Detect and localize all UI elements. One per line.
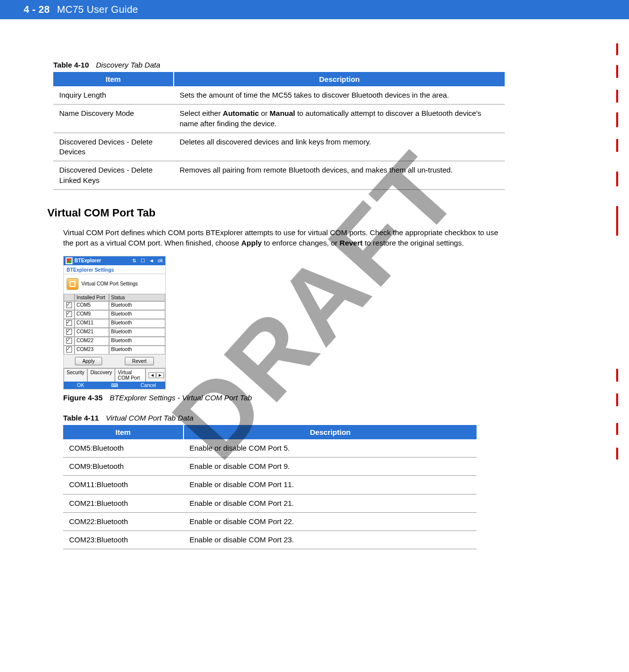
cell-desc: Deletes all discovered devices and link … xyxy=(174,133,505,161)
cell-desc: Enable or disable COM Port 23. xyxy=(184,531,477,549)
checkbox[interactable] xyxy=(66,320,72,326)
table-row: COM9:BluetoothEnable or disable COM Port… xyxy=(63,458,477,476)
port-cell: COM23 xyxy=(74,346,109,354)
grid-row: COM23Bluetooth xyxy=(64,346,165,354)
window-titlebar: BTExplorer ⇅ ☐ ◄ ok xyxy=(64,256,165,265)
checkbox[interactable] xyxy=(66,338,72,344)
tab-bar: Security Discovery Virtual COM Port ◄ ► xyxy=(64,368,165,382)
settings-subtitle: BTExplorer Settings xyxy=(64,265,165,274)
section-heading: Virtual COM Port Tab xyxy=(47,207,609,219)
cell-item: Inquiry Length xyxy=(53,86,174,105)
table-4-10-caption: Table 4-10 Discovery Tab Data xyxy=(53,61,609,69)
table-title: Discovery Tab Data xyxy=(96,61,160,69)
tab-scroll-left-icon[interactable]: ◄ xyxy=(148,372,156,378)
virtual-com-port-table: Item Description COM5:BluetoothEnable or… xyxy=(63,425,477,550)
column-header-item: Item xyxy=(63,425,184,439)
port-cell: COM9 xyxy=(74,310,109,319)
table-row: COM23:BluetoothEnable or disable COM Por… xyxy=(63,531,477,549)
figure-4-35-caption: Figure 4-35 BTExplorer Settings - Virtua… xyxy=(63,393,609,402)
grid-row: COM9Bluetooth xyxy=(64,310,165,319)
cell-item: COM5:Bluetooth xyxy=(63,439,184,458)
port-cell: COM11 xyxy=(74,319,109,328)
signal-icon: ⇅ xyxy=(131,258,137,264)
window-title: BTExplorer xyxy=(74,258,101,263)
grid-row: COM11Bluetooth xyxy=(64,319,165,328)
cell-item: COM22:Bluetooth xyxy=(63,512,184,531)
tab-discovery[interactable]: Discovery xyxy=(87,368,115,382)
grid-header-status: Status xyxy=(109,294,165,301)
cell-item: COM21:Bluetooth xyxy=(63,494,184,512)
column-header-description: Description xyxy=(184,425,477,439)
status-cell: Bluetooth xyxy=(109,319,165,328)
table-row: Name Discovery Mode Select either Automa… xyxy=(53,105,505,133)
tab-virtual-com-port[interactable]: Virtual COM Port xyxy=(115,368,146,382)
status-cell: Bluetooth xyxy=(109,328,165,337)
port-cell: COM22 xyxy=(74,337,109,346)
port-cell: COM21 xyxy=(74,328,109,337)
table-row: COM5:BluetoothEnable or disable COM Port… xyxy=(63,439,477,458)
tab-security[interactable]: Security xyxy=(64,368,87,382)
settings-icon xyxy=(67,278,78,290)
section-paragraph: Virtual COM Port defines which COM ports… xyxy=(63,227,507,248)
cell-desc: Enable or disable COM Port 11. xyxy=(184,476,477,494)
discovery-tab-data-table: Item Description Inquiry Length Sets the… xyxy=(53,72,505,190)
port-cell: COM5 xyxy=(74,301,109,310)
checkbox[interactable] xyxy=(66,311,72,317)
table-row: Inquiry Length Sets the amount of time t… xyxy=(53,86,505,105)
status-cell: Bluetooth xyxy=(109,301,165,310)
checkbox[interactable] xyxy=(66,329,72,335)
tab-scroll-right-icon[interactable]: ► xyxy=(156,372,164,378)
guide-title: MC75 User Guide xyxy=(57,4,138,15)
cell-item: COM9:Bluetooth xyxy=(63,458,184,476)
table-title: Virtual COM Port Tab Data xyxy=(106,414,193,422)
keyboard-icon[interactable]: ⌨ xyxy=(98,382,132,389)
page-number: 4 - 28 xyxy=(24,4,50,15)
table-row: COM11:BluetoothEnable or disable COM Por… xyxy=(63,476,477,494)
column-header-description: Description xyxy=(174,72,505,86)
bottom-bar: OK ⌨ Cancel xyxy=(64,382,165,389)
revert-button[interactable]: Revert xyxy=(125,357,154,365)
checkbox[interactable] xyxy=(66,347,72,353)
apply-button[interactable]: Apply xyxy=(75,357,102,365)
titlebar-icons: ⇅ ☐ ◄ ok xyxy=(130,258,163,264)
table-row: Discovered Devices - Delete Linked Keys … xyxy=(53,161,505,190)
softkey-cancel[interactable]: Cancel xyxy=(131,382,165,389)
cell-desc: Sets the amount of time the MC55 takes t… xyxy=(174,86,505,105)
table-label: Table 4-11 xyxy=(63,414,99,422)
windows-logo-icon xyxy=(66,257,73,264)
table-row: COM22:BluetoothEnable or disable COM Por… xyxy=(63,512,477,531)
cell-item: Name Discovery Mode xyxy=(53,105,174,133)
grid-header-port: Installed Port xyxy=(74,294,109,301)
column-header-item: Item xyxy=(53,72,174,86)
softkey-ok[interactable]: OK xyxy=(64,382,98,389)
cell-item: COM23:Bluetooth xyxy=(63,531,184,549)
settings-section-header: Virtual COM Port Settings xyxy=(64,274,165,294)
checkbox[interactable] xyxy=(66,302,72,308)
page-header: 4 - 28 MC75 User Guide xyxy=(0,0,629,19)
table-row: Discovered Devices - Delete Devices Dele… xyxy=(53,133,505,161)
cell-desc: Select either Automatic or Manual to aut… xyxy=(174,105,505,133)
ok-button[interactable]: ok xyxy=(157,258,163,264)
grid-row: COM21Bluetooth xyxy=(64,328,165,337)
table-4-11-caption: Table 4-11 Virtual COM Port Tab Data xyxy=(63,414,609,422)
grid-row: COM5Bluetooth xyxy=(64,301,165,310)
cell-desc: Removes all pairing from remote Bluetoot… xyxy=(174,161,505,190)
status-cell: Bluetooth xyxy=(109,346,165,354)
doc-icon: ☐ xyxy=(140,258,146,264)
status-cell: Bluetooth xyxy=(109,310,165,319)
grid-row: COM22Bluetooth xyxy=(64,337,165,346)
cell-desc: Enable or disable COM Port 5. xyxy=(184,439,477,458)
cell-desc: Enable or disable COM Port 22. xyxy=(184,512,477,531)
figure-title: BTExplorer Settings - Virtual COM Port T… xyxy=(110,393,252,402)
cell-item: Discovered Devices - Delete Devices xyxy=(53,133,174,161)
cell-desc: Enable or disable COM Port 21. xyxy=(184,494,477,512)
btexplorer-screenshot: BTExplorer ⇅ ☐ ◄ ok BTExplorer Settings … xyxy=(63,256,166,389)
settings-section-label: Virtual COM Port Settings xyxy=(81,281,138,286)
figure-label: Figure 4-35 xyxy=(63,393,103,402)
cell-desc: Enable or disable COM Port 9. xyxy=(184,458,477,476)
cell-item: Discovered Devices - Delete Linked Keys xyxy=(53,161,174,190)
status-cell: Bluetooth xyxy=(109,337,165,346)
table-label: Table 4-10 xyxy=(53,61,89,69)
sound-icon: ◄ xyxy=(148,258,154,264)
table-row: COM21:BluetoothEnable or disable COM Por… xyxy=(63,494,477,512)
